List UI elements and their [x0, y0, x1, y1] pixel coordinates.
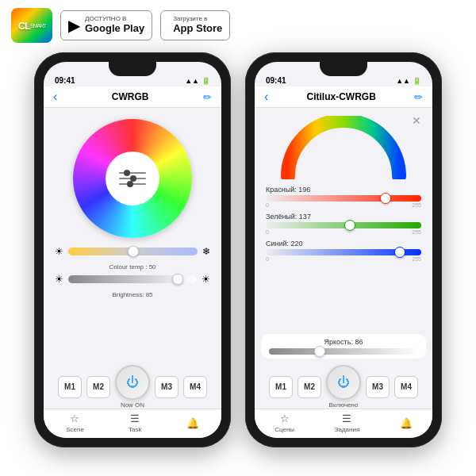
phone1-power-button[interactable]: ⏻: [115, 365, 150, 400]
google-play-badge[interactable]: ▶ ДОСТУПНО В Google Play: [60, 10, 152, 40]
phone1-status-bar: 09:41 ▲▲ 🔋: [44, 62, 221, 86]
phone2-brightness-track[interactable]: [269, 348, 418, 355]
phone1-screen: 09:41 ▲▲ 🔋 ‹ CWRGB ✏: [44, 62, 221, 438]
phone1-header: ‹ CWRGB ✏: [44, 86, 221, 108]
phone2-m2-button[interactable]: M2: [298, 376, 321, 398]
cl-logo: CLSMART: [11, 8, 52, 43]
phone2-red-label: Красный: 196: [266, 186, 310, 194]
phone1-color-temp-row: ☀ ❄: [55, 246, 210, 257]
phone1-power-label: Now ON: [121, 401, 144, 409]
phone2-task-label: Задания: [335, 426, 360, 433]
phone2-blue-row: Синий: 220 0 255: [266, 240, 421, 262]
phone1-bottom-nav: ☆ Scene ☰ Task 🔔: [44, 409, 221, 438]
phone2-green-max: 255: [412, 229, 421, 235]
phone2-brightness-thumb[interactable]: [314, 346, 325, 357]
phone2-nav-alarm[interactable]: 🔔: [400, 417, 413, 429]
phone1-scene-label: Scene: [66, 426, 84, 433]
app-store-text: Загрузите в App Store: [173, 16, 222, 35]
phone2-power-button[interactable]: ⏻: [326, 365, 361, 400]
phone2-green-label: Зелёный: 137: [266, 213, 311, 221]
phone1-sliders-icon: [119, 172, 146, 185]
phone2-brightness-section: Яркость: 86: [261, 334, 426, 359]
phone1-brightness-high-icon: ☀: [202, 274, 210, 285]
phone2-red-max: 255: [412, 202, 421, 208]
phone2-status-icons: ▲▲ 🔋: [396, 77, 421, 85]
phone2-m1-button[interactable]: M1: [269, 376, 293, 398]
phone2-green-row: Зелёный: 137 0 255: [266, 213, 421, 235]
phone2-title: Citilux-CWRGB: [307, 91, 376, 102]
phone2-scene-icon: ☆: [280, 413, 290, 424]
phone2-power-label: Включено: [329, 401, 359, 409]
phone1-m2-button[interactable]: M2: [86, 376, 110, 398]
phones-container: 09:41 ▲▲ 🔋 ‹ CWRGB ✏: [0, 52, 476, 447]
phone2-task-icon: ☰: [342, 413, 351, 424]
phone1-nav-scene[interactable]: ☆ Scene: [66, 413, 84, 433]
phone2-bottom-nav: ☆ Сцены ☰ Задания 🔔: [255, 409, 432, 438]
phone1-alarm-icon: 🔔: [186, 417, 199, 429]
phone1-m4-button[interactable]: M4: [183, 376, 207, 398]
phone2-nav-scene[interactable]: ☆ Сцены: [274, 413, 294, 433]
phone2-blue-label: Синий: 220: [266, 240, 303, 248]
phone1-color-temp-thumb[interactable]: [128, 246, 139, 257]
phone2-blue-thumb[interactable]: [394, 247, 405, 258]
phone2-alarm-icon: 🔔: [400, 417, 413, 429]
phone1-sun-small-icon: ☀: [55, 246, 63, 257]
phone1-m1-button[interactable]: M1: [58, 376, 82, 398]
phone1-brightness-thumb[interactable]: [172, 274, 183, 285]
phone2-edit-button[interactable]: ✏: [414, 91, 423, 103]
google-play-text: ДОСТУПНО В Google Play: [85, 16, 144, 35]
phone1-color-temp-track[interactable]: [68, 248, 198, 255]
phone2-screen: 09:41 ▲▲ 🔋 ‹ Citilux-CWRGB ✏: [255, 62, 432, 438]
phone1-task-label: Task: [129, 426, 141, 433]
phone1: 09:41 ▲▲ 🔋 ‹ CWRGB ✏: [34, 52, 231, 447]
phone2-m4-button[interactable]: M4: [394, 376, 418, 398]
slider-line-3: [119, 183, 146, 185]
phone2-scene-label: Сцены: [274, 426, 294, 433]
phone1-time: 09:41: [55, 76, 75, 85]
phone2-red-row: Красный: 196 0 255: [266, 186, 421, 208]
phone1-brightness-track[interactable]: [68, 275, 197, 283]
phone2-blue-min: 0: [266, 256, 269, 262]
google-play-name: Google Play: [85, 22, 144, 35]
phone2-red-thumb[interactable]: [380, 193, 391, 204]
phone2-red-track[interactable]: [266, 195, 421, 202]
phone1-title: CWRGB: [112, 91, 149, 102]
phone1-back-button[interactable]: ‹: [53, 90, 57, 104]
phone2-close-button[interactable]: ✕: [412, 114, 421, 127]
phone2-green-track[interactable]: [266, 222, 421, 228]
phone1-edit-button[interactable]: ✏: [203, 91, 212, 103]
phone1-m-buttons-row: M1 M2 ⏻ Now ON M3 M4: [44, 360, 221, 409]
phone2-m3-button[interactable]: M3: [366, 376, 390, 398]
phone2-status-bar: 09:41 ▲▲ 🔋: [255, 62, 432, 86]
phone1-nav-task[interactable]: ☰ Task: [129, 413, 141, 433]
phone1-task-icon: ☰: [130, 413, 140, 424]
phone1-sliders-section: ☀ ❄ Colour temp : 50 ☀ ☀ Brightness: 85: [44, 243, 221, 360]
phone2-green-min: 0: [266, 229, 269, 235]
phone2: 09:41 ▲▲ 🔋 ‹ Citilux-CWRGB ✏: [245, 52, 442, 447]
phone2-red-min: 0: [266, 202, 269, 208]
phone2-green-thumb[interactable]: [344, 220, 355, 231]
slider-line-2: [119, 178, 146, 179]
phone2-back-button[interactable]: ‹: [264, 90, 268, 104]
phone2-m-buttons-row: M1 M2 ⏻ Включено M3 M4: [255, 362, 432, 409]
phone2-blue-track[interactable]: [266, 249, 421, 255]
phone1-color-wheel-container: [44, 108, 221, 243]
phone1-brightness-low-icon: ☀: [55, 274, 63, 285]
phone1-m3-button[interactable]: M3: [155, 376, 178, 398]
top-bar: CLSMART ▶ ДОСТУПНО В Google Play Загрузи…: [0, 0, 476, 49]
phone1-scene-icon: ☆: [70, 413, 79, 424]
phone1-nav-alarm[interactable]: 🔔: [186, 417, 199, 429]
google-play-icon: ▶: [68, 17, 80, 33]
app-store-sub: Загрузите в: [173, 16, 222, 22]
phone1-color-wheel[interactable]: [73, 119, 192, 238]
phone2-nav-task[interactable]: ☰ Задания: [335, 413, 360, 433]
phone2-color-arc-container: ✕: [255, 108, 432, 182]
app-store-badge[interactable]: Загрузите в App Store: [160, 10, 230, 40]
phone2-rgb-sliders: Красный: 196 0 255 Зелёный: 137: [255, 182, 432, 334]
phone2-blue-max: 255: [412, 256, 421, 262]
phone1-status-icons: ▲▲ 🔋: [185, 77, 210, 85]
phone1-sun-large-icon: ❄: [202, 246, 210, 257]
phone2-color-arc: [280, 116, 407, 179]
phone1-color-wheel-inner: [106, 152, 159, 205]
google-play-sub: ДОСТУПНО В: [85, 16, 144, 22]
